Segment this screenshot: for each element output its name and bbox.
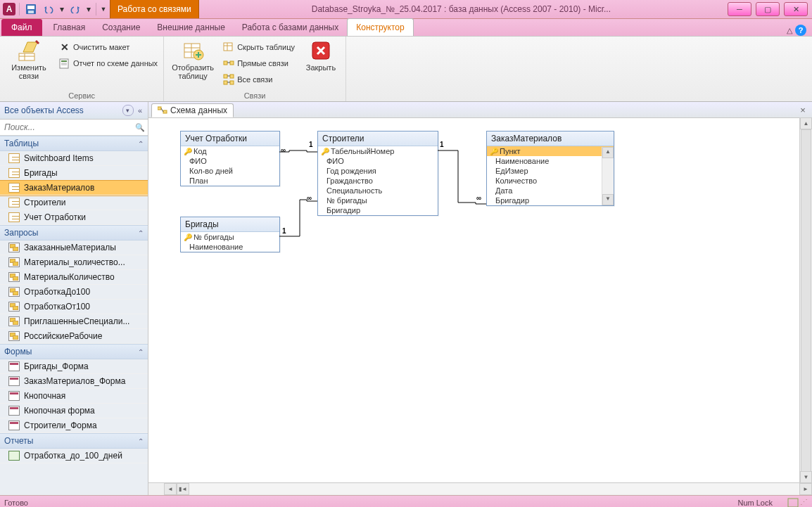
nav-search: 🔍 bbox=[0, 120, 148, 136]
nav-category-queries[interactable]: Запросы⌃ bbox=[0, 225, 148, 240]
nav-body[interactable]: Таблицы⌃ Switchboard ItemsБригадыЗаказМа… bbox=[0, 136, 148, 495]
redo-dropdown[interactable]: ▾ bbox=[85, 1, 92, 17]
chevron-up-icon: ⌃ bbox=[138, 229, 144, 237]
undo-dropdown[interactable]: ▾ bbox=[58, 1, 65, 17]
table-icon bbox=[8, 168, 20, 178]
scroll-up-icon[interactable]: ▲ bbox=[800, 117, 812, 129]
app-icon[interactable]: A bbox=[3, 3, 15, 15]
tab-create[interactable]: Создание bbox=[94, 19, 148, 36]
maximize-button[interactable]: ▢ bbox=[756, 2, 780, 16]
close-button[interactable]: Закрыть bbox=[299, 38, 343, 73]
nav-pane-collapse-icon[interactable]: « bbox=[137, 106, 144, 115]
document-tabs: Схема данных × bbox=[148, 102, 812, 118]
search-icon[interactable]: 🔍 bbox=[135, 123, 145, 132]
minimize-ribbon-icon[interactable]: △ bbox=[787, 26, 792, 35]
minimize-button[interactable]: ─ bbox=[728, 2, 751, 16]
nav-item[interactable]: Кнопочная bbox=[0, 389, 148, 404]
nav-item[interactable]: ОтработкаОт100 bbox=[0, 300, 148, 314]
scroll-down-icon[interactable]: ▼ bbox=[800, 471, 812, 483]
chevron-up-icon: ⌃ bbox=[138, 348, 144, 356]
document-close-button[interactable]: × bbox=[797, 103, 809, 116]
vertical-scrollbar[interactable]: ▲ ▼ bbox=[799, 117, 812, 483]
quick-access-toolbar: A ▾ ▾ ▼ bbox=[0, 0, 110, 18]
tab-design[interactable]: Конструктор bbox=[347, 18, 413, 36]
close-window-button[interactable]: ✕ bbox=[784, 2, 808, 16]
nav-category-forms[interactable]: Формы⌃ bbox=[0, 344, 148, 359]
key-icon: 🔑 bbox=[490, 148, 497, 155]
nav-item[interactable]: Материалы_количество... bbox=[0, 255, 148, 270]
direct-relationships-button[interactable]: Прямые связи bbox=[220, 56, 298, 71]
clear-layout-button[interactable]: ✕Очистить макет bbox=[56, 39, 160, 55]
key-icon: 🔑 bbox=[184, 233, 191, 241]
nav-category-reports[interactable]: Отчеты⌃ bbox=[0, 433, 148, 449]
help-icon[interactable]: ? bbox=[795, 25, 806, 36]
tab-home[interactable]: Главная bbox=[45, 19, 94, 36]
nav-item[interactable]: ЗаказМатериалов_Форма bbox=[0, 374, 148, 389]
entity-header[interactable]: Учет Отработки bbox=[181, 131, 279, 146]
nav-item-label: ПриглашенныеСпециали... bbox=[24, 316, 129, 326]
document-tab[interactable]: Схема данных bbox=[151, 103, 234, 117]
qat-customize[interactable]: ▼ bbox=[100, 1, 107, 17]
nav-item[interactable]: ПриглашенныеСпециали... bbox=[0, 314, 148, 329]
ribbon-group-relationships: Отобразить таблицу Скрыть таблицу Прямые… bbox=[164, 37, 346, 101]
query-icon bbox=[8, 331, 20, 341]
nav-item[interactable]: Бригады bbox=[0, 166, 148, 181]
entity-header[interactable]: Строители bbox=[318, 131, 438, 146]
redo-button[interactable] bbox=[68, 1, 83, 17]
scroll-left-start-icon[interactable]: ▮◄ bbox=[177, 483, 189, 495]
nav-item[interactable]: Учет Отработки bbox=[0, 210, 148, 225]
cardinality-label: 1 bbox=[309, 141, 313, 148]
query-icon bbox=[8, 243, 20, 252]
svg-rect-17 bbox=[224, 43, 232, 51]
nav-item[interactable]: Бригады_Форма bbox=[0, 359, 148, 374]
nav-item[interactable]: Switchboard Items bbox=[0, 151, 148, 166]
undo-button[interactable] bbox=[41, 1, 56, 17]
ribbon: Изменить связи ✕Очистить макет Отчет по … bbox=[0, 36, 812, 102]
save-button[interactable] bbox=[23, 1, 39, 17]
nav-item[interactable]: МатериалыКоличество bbox=[0, 270, 148, 285]
entity-scrollbar[interactable]: ▲▼ bbox=[602, 147, 614, 205]
svg-rect-30 bbox=[158, 107, 161, 110]
resize-grip-icon[interactable]: ⋰ bbox=[800, 498, 808, 507]
relationship-canvas[interactable]: Учет Отработки 🔑Код ФИО Кол-во дней План… bbox=[148, 118, 800, 482]
tab-file[interactable]: Файл bbox=[1, 19, 42, 36]
edit-relationships-button[interactable]: Изменить связи bbox=[3, 38, 55, 82]
tab-external-data[interactable]: Внешние данные bbox=[148, 19, 234, 36]
cardinality-label: ∞ bbox=[281, 146, 286, 154]
entity-header[interactable]: ЗаказМатериалов bbox=[487, 131, 614, 146]
nav-item[interactable]: Отработка_до_100_дней bbox=[0, 449, 148, 463]
form-icon bbox=[8, 391, 20, 401]
nav-item[interactable]: Строители_Форма bbox=[0, 418, 148, 433]
scroll-right-icon[interactable]: ► bbox=[799, 483, 812, 495]
statusbar: Готово Num Lock ⋰ bbox=[0, 495, 812, 507]
nav-item-label: ЗаказМатериалов_Форма bbox=[24, 376, 125, 386]
nav-category-tables[interactable]: Таблицы⌃ bbox=[0, 136, 148, 151]
nav-item[interactable]: Строители bbox=[0, 195, 148, 210]
entity-stroiteli[interactable]: Строители 🔑ТабельныйНомер ФИО Год рожден… bbox=[317, 131, 438, 216]
entity-zakaz-materialov[interactable]: ЗаказМатериалов 🔑Пункт Наименование ЕдИз… bbox=[486, 131, 614, 206]
all-relationships-button[interactable]: Все связи bbox=[220, 72, 298, 87]
search-input[interactable] bbox=[3, 121, 135, 134]
view-icon[interactable] bbox=[787, 498, 799, 507]
entity-brigady[interactable]: Бригады 🔑№ бригады Наименование bbox=[180, 217, 280, 252]
chevron-up-icon: ⌃ bbox=[138, 437, 144, 445]
nav-pane-dropdown-icon[interactable]: ▾ bbox=[122, 105, 134, 116]
nav-pane-header[interactable]: Все объекты Access ▾« bbox=[0, 102, 148, 120]
nav-item[interactable]: ОтработкаДо100 bbox=[0, 285, 148, 300]
nav-item[interactable]: Кнопочная форма bbox=[0, 404, 148, 418]
relationship-report-button[interactable]: Отчет по схеме данных bbox=[56, 56, 160, 71]
tab-database-tools[interactable]: Работа с базами данных bbox=[234, 19, 347, 36]
cardinality-label: 1 bbox=[282, 227, 286, 235]
scroll-left-icon[interactable]: ◄ bbox=[164, 483, 177, 495]
entity-header[interactable]: Бригады bbox=[181, 217, 279, 232]
nav-item[interactable]: РоссийскиеРабочие bbox=[0, 329, 148, 344]
nav-item-label: Кнопочная форма bbox=[24, 406, 95, 416]
horizontal-scrollbar[interactable]: ◄ ▮◄ ► bbox=[148, 482, 812, 495]
hide-table-button[interactable]: Скрыть таблицу bbox=[220, 39, 298, 55]
table-icon bbox=[8, 183, 20, 193]
nav-item-label: ЗаказМатериалов bbox=[24, 183, 94, 193]
show-table-button[interactable]: Отобразить таблицу bbox=[167, 38, 219, 82]
nav-item[interactable]: ЗаказанныеМатериалы bbox=[0, 240, 148, 255]
entity-uchet-otrabotki[interactable]: Учет Отработки 🔑Код ФИО Кол-во дней План bbox=[180, 131, 280, 186]
nav-item[interactable]: ЗаказМатериалов bbox=[0, 181, 148, 195]
